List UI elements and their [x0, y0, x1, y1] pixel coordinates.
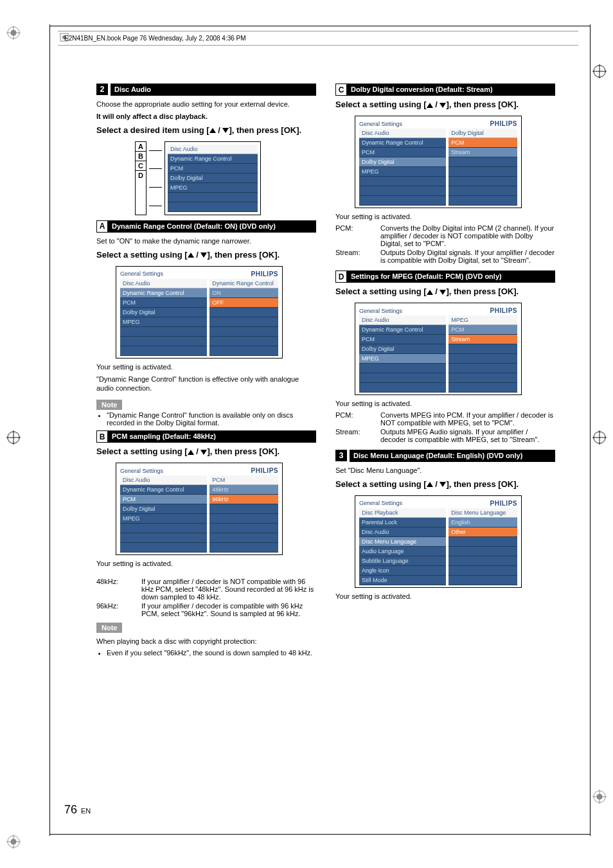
body-text: Your setting is activated. [335, 592, 555, 601]
letter-label: C [335, 84, 347, 96]
note-intro: When playing back a disc with copyright … [96, 637, 316, 646]
def-term: Stream: [335, 249, 380, 264]
registration-mark-icon [592, 790, 607, 804]
menu-option-selected: PCM [449, 138, 517, 148]
down-arrow-icon [440, 290, 446, 295]
def-text: If your amplifier / decoder is NOT compa… [141, 578, 316, 601]
menu-option-empty [449, 537, 517, 547]
menu-right-header: Dolby Digital [449, 128, 517, 138]
menu-option-empty [449, 344, 517, 354]
def-term: 96kHz: [96, 602, 141, 617]
settings-menu-b: General SettingsPHILIPS Disc Audio Dynam… [116, 463, 283, 555]
submenu-item: Dynamic Range Control [168, 154, 258, 164]
subsection-title: Settings for MPEG (Default: PCM) (DVD on… [347, 270, 555, 283]
up-arrow-icon [427, 290, 433, 295]
menu-item: MPEG [120, 317, 207, 327]
down-arrow-icon [440, 482, 446, 487]
menu-title: General Settings [359, 500, 402, 506]
label-b: B [136, 152, 146, 161]
def-text: Converts MPEG into PCM. If your amplifie… [380, 411, 555, 427]
page-number-value: 76 [64, 803, 77, 816]
menu-option: English [449, 518, 517, 527]
body-text-bold: It will only affect a disc playback. [96, 112, 316, 121]
menu-left-header: Disc Audio [120, 279, 207, 288]
submenu-item-empty [168, 202, 258, 212]
menu-option-selected: Stream [449, 335, 517, 344]
subsection-title: Dolby Digital conversion (Default: Strea… [347, 84, 555, 96]
menu-option-empty [449, 556, 517, 566]
def-text: Converts the Dolby Digital into PCM (2 c… [380, 224, 555, 247]
menu-item-empty [120, 327, 207, 337]
submenu-item-empty [168, 193, 258, 202]
subsection-title: Dynamic Range Control (Default: ON) (DVD… [108, 220, 316, 233]
submenu-item: PCM [168, 164, 258, 173]
menu-option-empty [449, 186, 517, 196]
menu-option-empty [209, 524, 278, 533]
menu-option-empty [209, 514, 278, 524]
def-text: If your amplifier / decoder is compatibl… [141, 602, 316, 617]
menu-item: Dolby Digital [120, 504, 207, 514]
menu-item-empty [120, 533, 207, 543]
menu-item: Dolby Digital [359, 157, 446, 167]
subsection-title: PCM sampling (Default: 48kHz) [108, 430, 316, 443]
menu-option-empty [449, 177, 517, 186]
menu-left-header: Disc Audio [120, 475, 207, 485]
body-text: Your setting is activated. [335, 399, 555, 409]
registration-mark-icon [6, 430, 21, 445]
menu-option-empty [209, 533, 278, 543]
abcd-labels: A B C D [135, 141, 147, 215]
registration-mark-icon [592, 430, 607, 445]
menu-option-empty [209, 327, 278, 337]
brand-label: PHILIPS [251, 270, 278, 278]
subsection-c-head: C Dolby Digital conversion (Default: Str… [335, 84, 555, 96]
menu-item: Dynamic Range Control [359, 138, 446, 148]
menu-option-empty [449, 566, 517, 576]
leader-lines [147, 141, 164, 215]
menu-option-empty [449, 576, 517, 585]
brand-label: PHILIPS [490, 120, 517, 127]
disc-audio-submenu: Disc Audio Dynamic Range Control PCM Dol… [164, 141, 261, 215]
left-column: 2 Disc Audio Choose the appropriate audi… [96, 84, 316, 657]
menu-title: General Settings [120, 468, 163, 474]
menu-option-empty [209, 346, 278, 356]
crop-line [49, 834, 591, 835]
menu-option-empty [449, 364, 517, 373]
page-lang: EN [81, 807, 91, 815]
definition-row: 96kHz:If your amplifier / decoder is com… [96, 602, 316, 617]
def-term: PCM: [335, 411, 380, 427]
menu-item: Parental Lock [359, 518, 446, 527]
settings-menu-a: General SettingsPHILIPS Disc Audio Dynam… [116, 266, 283, 359]
menu-item: Dynamic Range Control [359, 325, 446, 335]
header-separator [58, 31, 578, 31]
menu-right-header: PCM [209, 475, 278, 485]
submenu-item: Dolby Digital [168, 173, 258, 183]
menu-item: MPEG [120, 514, 207, 524]
brand-label: PHILIPS [490, 500, 517, 507]
menu-item: Still Mode [359, 576, 446, 585]
definition-row: PCM:Converts MPEG into PCM. If your ampl… [335, 411, 555, 427]
menu-option-empty [449, 167, 517, 177]
menu-item: MPEG [359, 167, 446, 177]
header-meta: E2N41BN_EN.book Page 76 Wednesday, July … [64, 35, 246, 42]
down-arrow-icon [222, 128, 229, 133]
subsection-d-head: D Settings for MPEG (Default: PCM) (DVD … [335, 270, 555, 283]
menu-right-header: Disc Menu Language [449, 508, 517, 518]
crop-line [49, 26, 591, 26]
menu-item-empty [359, 364, 446, 373]
up-arrow-icon [188, 450, 194, 455]
note-item: "Dynamic Range Control" function is avai… [107, 411, 316, 427]
menu-item: PCM [120, 495, 207, 504]
menu-option-empty [209, 543, 278, 553]
menu-option-selected: OFF [209, 298, 278, 308]
body-text: Your setting is activated. [335, 212, 555, 222]
menu-item: Subtitle Language [359, 556, 446, 566]
label-a: A [136, 142, 146, 152]
menu-left-header: Disc Audio [359, 128, 446, 138]
menu-item: MPEG [359, 354, 446, 364]
definition-row: 48kHz:If your amplifier / decoder is NOT… [96, 578, 316, 601]
menu-item-empty [120, 346, 207, 356]
menu-item-empty [359, 177, 446, 186]
menu-right-header: MPEG [449, 315, 517, 325]
settings-menu-d: General SettingsPHILIPS Disc Audio Dynam… [355, 303, 522, 395]
menu-option: Stream [449, 148, 517, 157]
